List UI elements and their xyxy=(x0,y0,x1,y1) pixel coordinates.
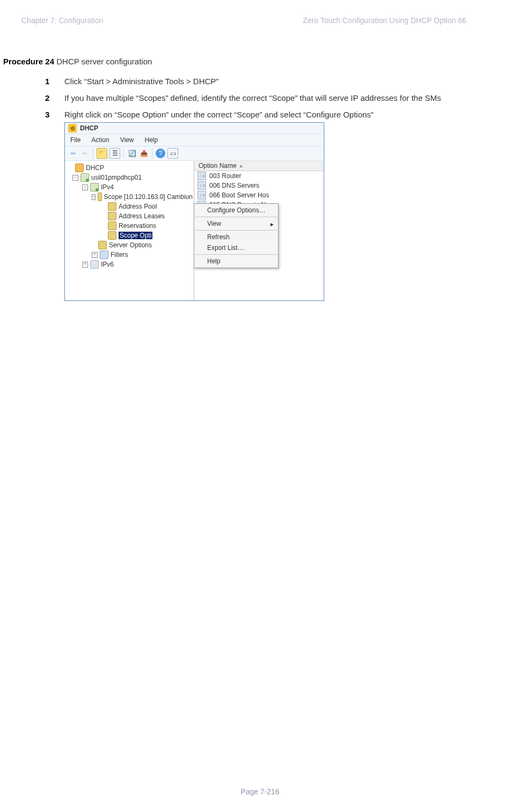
procedure-heading: Procedure 24 DHCP server configuration xyxy=(0,57,493,66)
show-hide-tree-icon[interactable]: ☰ xyxy=(109,148,120,159)
ipv4-icon xyxy=(90,183,99,191)
refresh-icon[interactable]: 🔄 xyxy=(127,149,137,158)
expand-icon[interactable]: + xyxy=(82,262,88,268)
toolbar-separator xyxy=(152,149,152,158)
ctx-refresh[interactable]: Refresh xyxy=(194,232,278,242)
properties-icon[interactable]: ▭ xyxy=(167,148,178,159)
ctx-view[interactable]: View▸ xyxy=(194,218,278,229)
option-row[interactable]: ⋮≡ 003 Router xyxy=(194,171,324,181)
tree-pane: DHCP − usil01pmpdhcp01 − IPv4 xyxy=(65,161,194,300)
menu-help[interactable]: Help xyxy=(145,136,158,144)
menu-separator xyxy=(195,254,277,255)
folder-icon xyxy=(108,222,116,230)
menu-separator xyxy=(195,230,277,231)
menu-view[interactable]: View xyxy=(120,136,134,144)
expand-icon[interactable]: − xyxy=(92,194,96,200)
step-1: Click “Start > Administrative Tools > DH… xyxy=(64,77,493,86)
page-header: Chapter 7: Configuration Zero Touch Conf… xyxy=(0,16,493,25)
ctx-help[interactable]: Help xyxy=(194,256,278,267)
nav-back-icon[interactable]: ⬅ xyxy=(68,149,78,158)
menu-action[interactable]: Action xyxy=(91,136,109,144)
server-icon xyxy=(80,173,89,182)
export-icon[interactable]: 📤 xyxy=(139,149,149,158)
folder-icon xyxy=(108,231,116,240)
window-titlebar: ⚙ DHCP xyxy=(65,123,324,134)
dhcp-app-icon: ⚙ xyxy=(68,124,77,132)
submenu-arrow-icon: ▸ xyxy=(270,220,274,228)
procedure-number: Procedure 24 xyxy=(3,57,54,66)
tree-scope[interactable]: − Scope [10.120.163.0] Cambiun xyxy=(66,192,193,202)
ctx-export-list[interactable]: Export List… xyxy=(194,242,278,253)
tree-address-pool[interactable]: Address Pool xyxy=(66,202,193,211)
dhcp-mmc-window: ⚙ DHCP File Action View Help ⬅ ➡ 📁 ☰ 🔄 xyxy=(64,122,324,301)
header-right: Zero Touch Configuration Using DHCP Opti… xyxy=(303,16,466,25)
list-header[interactable]: Option Name ▲ xyxy=(194,161,324,171)
folder-icon xyxy=(108,202,116,211)
tree-ipv6[interactable]: + IPv6 xyxy=(66,260,193,269)
tree-reservations[interactable]: Reservations xyxy=(66,221,193,231)
option-icon: ⋮≡ xyxy=(197,191,206,200)
step-2: If you have multiple “Scopes” defined, i… xyxy=(64,93,493,102)
header-left: Chapter 7: Configuration xyxy=(21,16,104,25)
tree-root[interactable]: DHCP xyxy=(66,163,193,173)
option-row[interactable]: ⋮≡ 066 Boot Server Hos xyxy=(194,190,324,200)
filter-icon xyxy=(100,250,108,259)
menu-separator xyxy=(195,217,277,217)
help-icon[interactable]: ? xyxy=(156,149,165,158)
expand-icon[interactable]: − xyxy=(72,175,78,181)
folder-icon xyxy=(98,241,107,249)
step-3: Right click on “Scope Option” under the … xyxy=(64,110,493,301)
menu-file[interactable]: File xyxy=(70,136,80,144)
folder-up-icon[interactable]: 📁 xyxy=(97,148,107,159)
tree-address-leases[interactable]: Address Leases xyxy=(66,211,193,221)
tree-server-options[interactable]: Server Options xyxy=(66,240,193,250)
context-menu: Configure Options… View▸ Refresh Export … xyxy=(194,203,279,268)
procedure-title: DHCP server configuration xyxy=(54,57,152,66)
nav-forward-icon[interactable]: ➡ xyxy=(80,149,90,158)
tree-server[interactable]: − usil01pmpdhcp01 xyxy=(66,173,193,182)
ctx-configure-options[interactable]: Configure Options… xyxy=(194,205,278,216)
window-title: DHCP xyxy=(80,124,98,132)
toolbar-separator xyxy=(123,149,124,158)
folder-icon xyxy=(108,212,116,220)
expand-icon[interactable]: − xyxy=(82,184,88,190)
tree-filters[interactable]: + Filters xyxy=(66,250,193,260)
option-row[interactable]: ⋮≡ 006 DNS Servers xyxy=(194,181,324,190)
option-icon: ⋮≡ xyxy=(197,181,206,190)
tree-ipv4[interactable]: − IPv4 xyxy=(66,182,193,192)
toolbar: ⬅ ➡ 📁 ☰ 🔄 📤 ? ▭ xyxy=(65,146,324,161)
dhcp-icon xyxy=(75,164,84,172)
menu-bar: File Action View Help xyxy=(65,134,324,146)
expand-icon[interactable]: + xyxy=(92,252,98,258)
toolbar-separator xyxy=(93,149,93,158)
ipv6-icon xyxy=(90,260,99,269)
tree-scope-options[interactable]: Scope Opti xyxy=(66,231,193,240)
steps-list: Click “Start > Administrative Tools > DH… xyxy=(0,77,493,301)
page-footer: Page 7-216 xyxy=(0,787,520,796)
sort-asc-icon: ▲ xyxy=(239,163,244,168)
folder-icon xyxy=(98,193,101,201)
option-icon: ⋮≡ xyxy=(197,172,206,180)
